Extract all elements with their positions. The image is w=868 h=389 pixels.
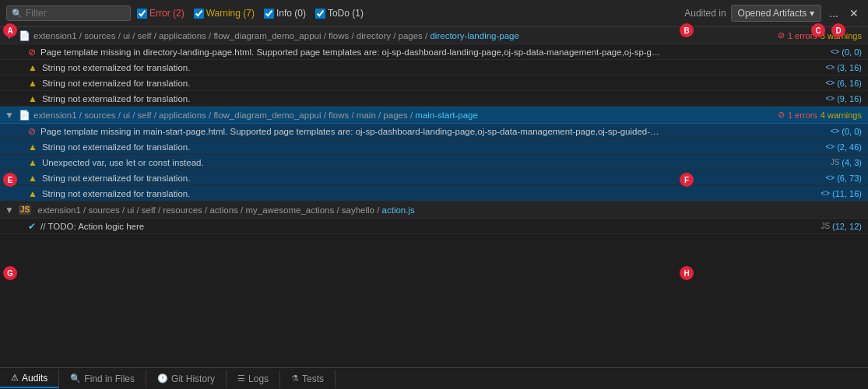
find-icon: 🔍 — [70, 373, 81, 384]
file-row[interactable]: ▼ JS extension1 / sources / ui / self / … — [0, 202, 868, 219]
info-checkbox[interactable] — [264, 9, 274, 19]
opened-artifacts-dropdown[interactable]: Opened Artifacts ▾ — [731, 5, 822, 22]
file-row[interactable]: ▼ 📄 extension1 / sources / ui / self / a… — [0, 107, 868, 124]
file-path: extension1 / sources / ui / self / appli… — [33, 31, 778, 40]
filter-input-wrap[interactable]: 🔍 — [6, 5, 131, 21]
file-summary: ⊘ 1 errors 4 warnings — [778, 110, 862, 120]
label-c: C — [811, 23, 825, 37]
issue-row[interactable]: ▲ String not externalized for translatio… — [0, 91, 868, 107]
loc-icon: <> — [826, 173, 835, 182]
label-f: F — [680, 173, 694, 187]
file-icon: 📄 — [19, 30, 30, 41]
tab-logs-label: Logs — [248, 373, 269, 384]
issue-location: <> (2, 46) — [826, 142, 862, 152]
issue-location: JS (12, 12) — [821, 222, 862, 231]
search-icon: 🔍 — [12, 9, 23, 19]
audited-label: Audited in — [684, 8, 726, 19]
todo-checkbox[interactable] — [315, 9, 325, 19]
issue-location: <> (3, 16) — [826, 63, 862, 72]
issues-list: ▼ 📄 extension1 / sources / ui / self / a… — [0, 27, 868, 367]
todo-label: ToDo (1) — [328, 8, 364, 19]
error-issue-icon: ⊘ — [28, 126, 36, 137]
error-icon: ⊘ — [778, 30, 785, 40]
warn-issue-icon: ▲ — [28, 78, 37, 89]
tab-git-history[interactable]: 🕐 Git History — [146, 370, 227, 387]
todo-checkbox-item[interactable]: ToDo (1) — [315, 8, 364, 19]
tab-find-label: Find in Files — [84, 373, 135, 384]
tab-git-label: Git History — [171, 373, 215, 384]
toolbar: 🔍 Error (2) Warning (7) Info (0) ToDo (1… — [0, 0, 868, 27]
issue-location: <> (11, 16) — [821, 189, 862, 198]
issue-text: String not externalized for translation. — [42, 63, 820, 72]
lang-label: JS — [821, 222, 830, 230]
warning-checkbox-item[interactable]: Warning (7) — [194, 8, 255, 19]
chevron-down-icon: ▾ — [810, 8, 814, 19]
file-path: extension1 / sources / ui / self / appli… — [33, 110, 778, 120]
issue-text: String not externalized for translation. — [42, 189, 815, 198]
file-toggle[interactable]: ▼ — [5, 110, 16, 121]
tests-icon: ⚗ — [291, 373, 299, 384]
error-label: Error (2) — [149, 8, 184, 19]
file-toggle[interactable]: ▼ — [5, 205, 16, 216]
issue-location: <> (6, 73) — [826, 173, 862, 183]
warn-issue-icon: ▲ — [28, 188, 37, 199]
issue-row[interactable]: ▲ String not externalized for translatio… — [0, 75, 868, 91]
label-a: A — [3, 23, 17, 37]
loc-coords: (0, 0) — [842, 127, 862, 136]
warning-label: Warning (7) — [206, 8, 255, 19]
issue-location: <> (9, 16) — [826, 94, 862, 103]
lang-label: JS — [831, 158, 840, 166]
loc-icon: <> — [826, 63, 835, 72]
issue-row[interactable]: ▲ Unexpected var, use let or const inste… — [0, 155, 868, 170]
tab-tests-label: Tests — [302, 373, 324, 384]
file-row[interactable]: ▼ 📄 extension1 / sources / ui / self / a… — [0, 27, 868, 44]
file-path: extension1 / sources / ui / self / resou… — [37, 205, 862, 215]
more-options-button[interactable]: ... — [826, 5, 842, 21]
audits-icon: ⚠ — [11, 373, 19, 383]
issue-text: Unexpected var, use let or const instead… — [42, 158, 824, 167]
error-checkbox-item[interactable]: Error (2) — [137, 8, 184, 19]
issue-text: String not externalized for translation. — [42, 142, 820, 152]
tab-audits[interactable]: ⚠ Audits — [0, 370, 59, 388]
issue-row[interactable]: ✔ // TODO: Action logic here JS (12, 12) — [0, 219, 868, 234]
logs-icon: ☰ — [237, 373, 245, 384]
label-g: G — [3, 266, 17, 280]
todo-issue-icon: ✔ — [28, 221, 36, 232]
error-count: 1 errors — [788, 110, 817, 120]
bottom-tabs: ⚠ Audits 🔍 Find in Files 🕐 Git History ☰… — [0, 367, 868, 389]
tab-tests[interactable]: ⚗ Tests — [280, 370, 336, 387]
issue-text: Page template missing in directory-landi… — [40, 47, 824, 57]
error-icon: ⊘ — [778, 110, 785, 120]
issue-row[interactable]: ▲ String not externalized for translatio… — [0, 60, 868, 75]
label-e: E — [3, 173, 17, 187]
filter-input[interactable] — [26, 8, 119, 19]
error-checkbox[interactable] — [137, 9, 147, 19]
issue-row[interactable]: ▲ String not externalized for translatio… — [0, 170, 868, 186]
loc-coords: (6, 73) — [837, 173, 862, 183]
loc-icon: <> — [831, 127, 840, 135]
audited-section: Audited in Opened Artifacts ▾ ... ✕ — [684, 5, 862, 22]
loc-coords: (6, 16) — [837, 79, 862, 88]
close-button[interactable]: ✕ — [846, 5, 862, 21]
label-h: H — [680, 266, 694, 280]
warn-issue-icon: ▲ — [28, 157, 37, 168]
dropdown-label: Opened Artifacts — [738, 8, 807, 19]
warn-issue-icon: ▲ — [28, 173, 37, 184]
issue-location: <> (6, 16) — [826, 79, 862, 88]
file-icon: 📄 — [19, 110, 30, 121]
issue-row[interactable]: ▲ String not externalized for translatio… — [0, 186, 868, 202]
label-d: D — [831, 23, 845, 37]
checkbox-group: Error (2) Warning (7) Info (0) ToDo (1) — [137, 8, 678, 19]
warn-issue-icon: ▲ — [28, 93, 37, 104]
warning-checkbox[interactable] — [194, 9, 204, 19]
issue-row[interactable]: ⊘ Page template missing in directory-lan… — [0, 44, 868, 60]
issue-row[interactable]: ⊘ Page template missing in main-start-pa… — [0, 124, 868, 139]
js-icon: JS — [19, 205, 31, 215]
issue-location: <> (0, 0) — [831, 127, 862, 136]
issue-text: // TODO: Action logic here — [40, 222, 814, 231]
info-label: Info (0) — [276, 8, 306, 19]
issue-row[interactable]: ▲ String not externalized for translatio… — [0, 139, 868, 155]
info-checkbox-item[interactable]: Info (0) — [264, 8, 306, 19]
tab-find-in-files[interactable]: 🔍 Find in Files — [59, 370, 146, 387]
tab-logs[interactable]: ☰ Logs — [227, 370, 280, 387]
